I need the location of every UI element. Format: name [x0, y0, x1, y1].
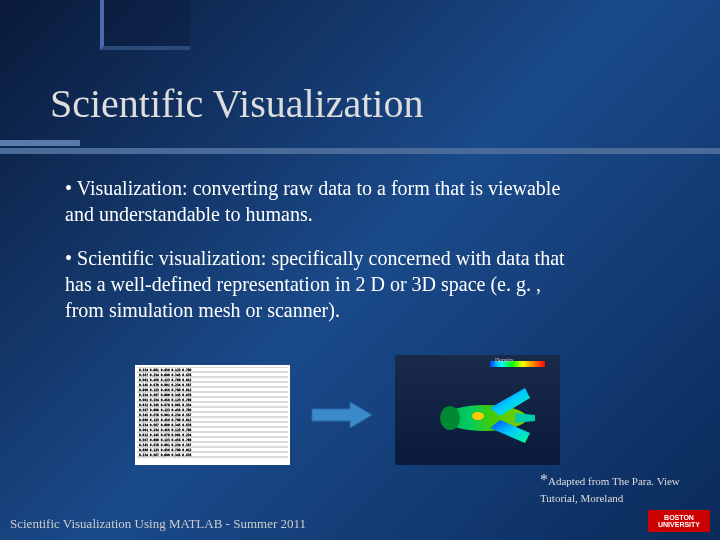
arrow-icon	[310, 400, 375, 434]
footer: Scientific Visualization Using MATLAB - …	[10, 510, 710, 532]
asterisk-icon: *	[540, 471, 548, 488]
svg-point-38	[440, 406, 460, 430]
footer-text: Scientific Visualization Using MATLAB - …	[10, 516, 306, 532]
colorbar-label: Density	[495, 357, 514, 363]
svg-text:0.890 0.123 0.456 0.789 0.012: 0.890 0.123 0.456 0.789 0.012	[139, 448, 192, 452]
svg-text:0.890 0.123 0.456 0.789 0.012: 0.890 0.123 0.456 0.789 0.012	[139, 388, 192, 392]
bullet-visualization: • Visualization: converting raw data to …	[65, 175, 575, 227]
corner-decoration	[100, 0, 190, 50]
svg-text:0.345 0.678 0.901 0.234 0.567: 0.345 0.678 0.901 0.234 0.567	[139, 443, 192, 447]
svg-text:0.901 0.234 0.456 0.123 0.789: 0.901 0.234 0.456 0.123 0.789	[139, 398, 192, 402]
svg-text:0.234 0.891 0.456 0.123 0.789: 0.234 0.891 0.456 0.123 0.789	[139, 368, 192, 372]
svg-point-39	[472, 412, 484, 420]
raw-data-table-image: 0.234 0.891 0.456 0.123 0.789 0.567 0.23…	[135, 365, 290, 465]
svg-text:0.890 0.123 0.456 0.789 0.012: 0.890 0.123 0.456 0.789 0.012	[139, 418, 192, 422]
svg-text:0.234 0.567 0.890 0.345 0.678: 0.234 0.567 0.890 0.345 0.678	[139, 423, 192, 427]
content-area: • Visualization: converting raw data to …	[65, 175, 575, 323]
svg-text:0.901 0.234 0.456 0.123 0.789: 0.901 0.234 0.456 0.123 0.789	[139, 428, 192, 432]
svg-text:0.567 0.890 0.123 0.456 0.789: 0.567 0.890 0.123 0.456 0.789	[139, 438, 192, 442]
svg-text:0.567 0.234 0.890 0.345 0.678: 0.567 0.234 0.890 0.345 0.678	[139, 373, 192, 377]
svg-text:0.012 0.345 0.678 0.901 0.234: 0.012 0.345 0.678 0.901 0.234	[139, 403, 192, 407]
svg-text:0.234 0.567 0.890 0.345 0.678: 0.234 0.567 0.890 0.345 0.678	[139, 393, 192, 397]
boston-university-logo: BOSTON UNIVERSITY	[648, 510, 710, 532]
cfd-visualization-image: Density	[395, 355, 560, 465]
credit-text: *Adapted from The Para. View Tutorial, M…	[540, 470, 680, 505]
bullet-scientific-visualization: • Scientific visualization: specifically…	[65, 245, 575, 323]
svg-text:0.567 0.890 0.123 0.456 0.789: 0.567 0.890 0.123 0.456 0.789	[139, 408, 192, 412]
title-underline	[0, 148, 720, 154]
title-underline-accent	[0, 140, 80, 146]
svg-text:0.345 0.678 0.901 0.234 0.567: 0.345 0.678 0.901 0.234 0.567	[139, 383, 192, 387]
svg-text:0.345 0.678 0.901 0.234 0.567: 0.345 0.678 0.901 0.234 0.567	[139, 413, 192, 417]
svg-text:0.234 0.567 0.890 0.345 0.678: 0.234 0.567 0.890 0.345 0.678	[139, 453, 192, 457]
slide-title: Scientific Visualization	[50, 80, 423, 127]
svg-text:0.901 0.456 0.123 0.789 0.012: 0.901 0.456 0.123 0.789 0.012	[139, 378, 192, 382]
svg-text:0.012 0.345 0.678 0.901 0.234: 0.012 0.345 0.678 0.901 0.234	[139, 433, 192, 437]
